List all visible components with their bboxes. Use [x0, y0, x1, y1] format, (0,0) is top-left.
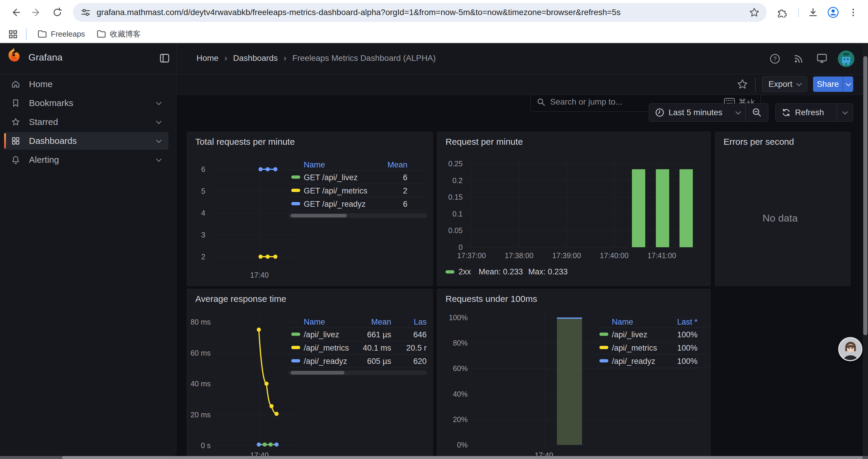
panel-total-requests-per-minute[interactable]: Total requests per minute 6543217:40Name… [187, 132, 433, 286]
bar-2xx [656, 169, 669, 247]
breadcrumb-current: Freeleaps Metrics Dashboard (ALPHA) [292, 54, 436, 63]
legend-divider [288, 341, 427, 341]
legend-column-last[interactable]: Last * [639, 318, 698, 327]
user-avatar[interactable] [838, 51, 855, 67]
gridline [614, 162, 615, 247]
sidebar-item-alerting[interactable]: Alerting [4, 151, 168, 169]
legend-column-last[interactable]: Las [382, 318, 427, 327]
y-tick-label: 60% [432, 364, 468, 373]
panel-requests-under-100ms[interactable]: Requests under 100ms 100%80%60%40%20%0%1… [437, 289, 711, 459]
bookmark-folder-label: Freeleaps [51, 30, 85, 39]
x-tick-label: 17:41:00 [635, 251, 688, 260]
legend-column-mean[interactable]: Mean [348, 160, 407, 169]
chevron-down-icon[interactable] [156, 156, 161, 162]
zoom-out-icon[interactable] [746, 107, 768, 118]
chevron-down-icon[interactable] [156, 119, 161, 124]
data-point [269, 442, 273, 447]
chevron-down-icon[interactable] [156, 137, 161, 143]
bar-2xx [632, 169, 645, 247]
horizontal-scrollbar-thumb[interactable] [62, 456, 863, 459]
apps-grid-icon[interactable] [5, 27, 21, 42]
y-tick-label: 0.05 [427, 226, 463, 235]
address-bar[interactable]: grafana.mathmast.com/d/deytv4rwavabkb/fr… [73, 3, 767, 22]
legend-divider [596, 354, 708, 355]
bookmark-star-icon[interactable] [749, 7, 760, 18]
legend-column-name[interactable]: Name [612, 318, 633, 327]
breadcrumb-dashboards[interactable]: Dashboards [233, 54, 278, 63]
active-indicator [4, 133, 6, 149]
sidebar-nav: HomeBookmarksStarredDashboardsAlerting [0, 74, 176, 456]
browser-menu-icon[interactable] [845, 5, 861, 20]
refresh-interval-button[interactable] [837, 112, 853, 114]
site-settings-icon[interactable] [81, 7, 91, 18]
area-fill [557, 319, 582, 445]
export-button[interactable]: Export [762, 76, 807, 92]
reload-icon[interactable] [50, 5, 65, 20]
data-point [275, 442, 279, 447]
bookmark-folder-label: 收藏博客 [110, 29, 141, 39]
panel-average-response-time[interactable]: Average response time 80 ms60 ms40 ms20 … [187, 289, 433, 459]
legend-scrollbar-thumb[interactable] [291, 214, 347, 218]
gridline [466, 247, 700, 248]
svg-text:?: ? [773, 56, 776, 62]
toolbar-divider [798, 8, 799, 17]
gridline [214, 353, 299, 353]
gridline [567, 162, 567, 247]
bookmark-folder-blogs[interactable]: 收藏博客 [92, 27, 145, 41]
search-icon [536, 97, 546, 106]
chevron-down-icon [735, 109, 741, 114]
url-text[interactable]: grafana.mathmast.com/d/deytv4rwavabkb/fr… [97, 8, 742, 17]
panel-request-per-minute[interactable]: Request per minute 0.250.20.150.10.05017… [437, 132, 711, 286]
assistant-avatar-widget[interactable] [838, 337, 862, 361]
no-data-message: No data [763, 212, 798, 224]
chevron-down-icon[interactable] [156, 100, 161, 105]
gridline [545, 310, 546, 449]
y-tick-label: 4 [170, 209, 205, 218]
legend-scrollbar-thumb[interactable] [291, 371, 344, 374]
time-range-label[interactable]: Last 5 minutes [669, 108, 735, 117]
download-icon[interactable] [805, 5, 821, 20]
series-line [259, 444, 277, 445]
sidebar-item-starred[interactable]: Starred [4, 113, 168, 131]
news-rss-icon[interactable] [793, 53, 804, 64]
gridline [471, 419, 700, 420]
profile-icon[interactable] [826, 5, 841, 20]
refresh-label[interactable]: Refresh [795, 108, 837, 117]
grafana-logo[interactable] [7, 47, 21, 63]
legend-swatch [599, 346, 608, 349]
panel-errors-per-second[interactable]: Errors per second No data [715, 132, 850, 286]
sidebar-item-bookmarks[interactable]: Bookmarks [4, 94, 168, 112]
breadcrumb-home[interactable]: Home [196, 54, 219, 63]
extensions-icon[interactable] [774, 5, 789, 20]
favorite-star-icon[interactable] [737, 78, 748, 90]
gridline [471, 368, 700, 369]
x-tick-label: 17:37:00 [445, 251, 498, 260]
data-point [257, 328, 261, 332]
screen: { "browser": { "url": "grafana.mathmast.… [0, 0, 868, 459]
forward-icon[interactable] [29, 5, 44, 20]
clock-icon [655, 108, 664, 117]
data-point [258, 255, 262, 259]
y-tick-label: 0 [427, 243, 463, 252]
share-menu-button[interactable] [843, 76, 853, 92]
legend-value: 2 [348, 186, 407, 196]
legend-column-name[interactable]: Name [304, 318, 325, 327]
bookmark-folder-freeleaps[interactable]: Freeleaps [33, 27, 90, 41]
back-icon[interactable] [8, 5, 23, 20]
y-tick-label: 80% [432, 339, 468, 347]
legend-divider [596, 367, 708, 368]
sidebar-item-dashboards[interactable]: Dashboards [4, 132, 168, 150]
panel-title: Average response time [195, 294, 286, 304]
legend-column-name[interactable]: Name [304, 160, 325, 169]
legend-series-name[interactable]: 2xx [459, 267, 471, 276]
share-button[interactable]: Share [813, 76, 843, 92]
dock-menu-icon[interactable] [159, 53, 170, 64]
sidebar-item-home[interactable]: Home [4, 75, 168, 93]
gridline [214, 415, 299, 415]
kiosk-monitor-icon[interactable] [816, 53, 828, 64]
data-point [266, 255, 270, 259]
vertical-scrollbar-thumb[interactable] [863, 56, 867, 335]
refresh-icon [781, 108, 791, 117]
legend-divider [596, 328, 708, 328]
help-icon[interactable]: ? [769, 53, 780, 64]
